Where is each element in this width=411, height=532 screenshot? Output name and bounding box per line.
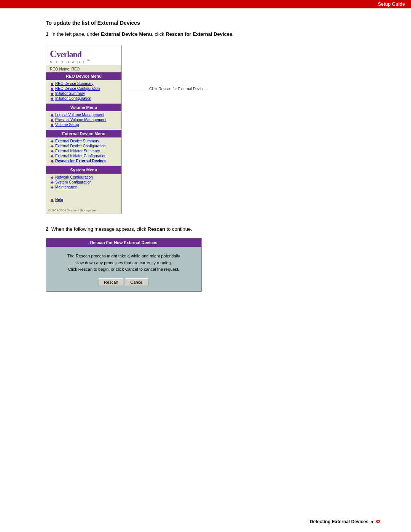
footer: Detecting External Devices ◄ 83 [310,519,381,524]
nav-link-external-device-config[interactable]: ◆ External Device Configuration [51,144,118,148]
nav-panel: Cverland S T O R A G E™ REO Name: REO RE… [46,45,122,214]
nav-section-reo-links: ◆ REO Device Summary ◆ REO Device Config… [46,80,121,104]
step2-action-bold: Rescan [148,226,165,232]
nav-link-maintenance[interactable]: ◆ Maintenance [51,185,118,189]
step1-text: 1 In the left pane, under External Devic… [46,30,381,38]
footer-page: 83 [376,519,381,524]
rescan-dialog-body: The Rescan process might take a while an… [46,247,201,278]
step1-action-bold: Rescan for External Devices [166,31,232,37]
nav-link-reo-device-summary[interactable]: ◆ REO Device Summary [51,81,118,86]
nav-link-rescan-external[interactable]: ◆ Rescan for External Devices [51,159,118,163]
step1-menu-bold: External Device Menu [101,31,152,37]
step1-prefix: In the left pane, under [51,31,101,37]
nav-copyright: © 2003-2004 Overland Storage, Inc. [46,207,121,214]
nav-reo-name: REO Name: REO [46,66,121,72]
section-heading: To update the list of External Devices [46,20,381,26]
nav-section-external-header: External Device Menu [46,130,121,137]
main-content: To update the list of External Devices 1… [0,8,411,307]
nav-section-system-links: ◆ Network Configuration ◆ System Configu… [46,174,121,192]
rescan-button[interactable]: Rescan [99,278,123,286]
step2-number: 2 [46,226,48,232]
nav-link-network-config[interactable]: ◆ Network Configuration [51,175,118,179]
nav-link-logical-volume[interactable]: ◆ Logical Volume Management [51,113,118,117]
cancel-button[interactable]: Cancel [126,278,148,286]
nav-link-volume-setup[interactable]: ◆ Volume Setup [51,123,118,127]
nav-extra-links: ◆ Help [46,196,121,205]
step1-end: . [232,31,234,37]
step2-text: 2 When the following message appears, cl… [46,225,381,233]
footer-separator: ◄ [370,519,374,524]
nav-link-initiator-summary[interactable]: ◆ Initiator Summary [51,91,118,96]
nav-logo-storage: S T O R A G E™ [50,59,118,64]
rescan-line3: Click Rescan to begin, or click Cancel t… [54,266,194,273]
step2-prefix: When the following message appears, clic… [51,226,148,232]
logo-c: C [50,48,57,59]
nav-link-reo-device-config[interactable]: ◆ REO Device Configuration [51,86,118,91]
footer-text: Detecting External Devices [310,519,368,524]
logo-rest: verland [57,50,81,59]
callout-text: Click Rescan for External Devices. [149,87,207,91]
callout-line [125,89,148,89]
step2-end: to continue. [165,226,192,232]
nav-section-volume-header: Volume Menu [46,104,121,111]
rescan-dialog-buttons: Rescan Cancel [46,278,201,291]
nav-section-system-header: System Menu [46,166,121,174]
rescan-line2: slow down any processes that are current… [54,260,194,267]
nav-link-external-device-summary[interactable]: ◆ External Device Summary [51,139,118,143]
nav-section-volume-links: ◆ Logical Volume Management ◆ Physical V… [46,111,121,130]
nav-panel-container: Cverland S T O R A G E™ REO Name: REO RE… [46,45,381,214]
nav-link-physical-volume[interactable]: ◆ Physical Volume Management [51,118,118,122]
top-bar-title: Setup Guide [378,2,405,7]
nav-link-initiator-config[interactable]: ◆ Initiator Configuration [51,96,118,101]
nav-link-external-initiator-summary[interactable]: ◆ External Initiator Summary [51,149,118,153]
nav-link-system-config[interactable]: ◆ System Configuration [51,180,118,184]
step1-middle: , click [152,31,166,37]
nav-link-external-initiator-config[interactable]: ◆ External Initiator Configuration [51,154,118,158]
nav-section-external-links: ◆ External Device Summary ◆ External Dev… [46,137,121,166]
nav-link-help[interactable]: ◆ Help [51,198,118,202]
top-bar: Setup Guide [0,0,411,8]
nav-logo-area: Cverland S T O R A G E™ [46,45,121,66]
nav-logo-brand: Cverland [50,48,118,60]
rescan-dialog-header: Rescan For New External Devices [46,238,201,247]
rescan-dialog: Rescan For New External Devices The Resc… [46,238,202,292]
rescan-line1: The Rescan process might take a while an… [54,253,194,260]
step1-number: 1 [46,31,48,37]
nav-section-reo-header: REO Device Menu [46,72,121,80]
callout-container: Click Rescan for External Devices. [125,87,207,91]
